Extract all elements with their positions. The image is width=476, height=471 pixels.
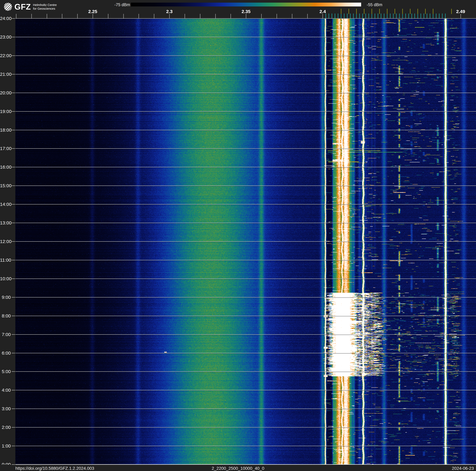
ble-channel-tick (347, 14, 347, 18)
time-axis-label: 22:00 (0, 53, 11, 58)
freq-axis-label: 2.35 (241, 9, 250, 14)
freq-minor-tick (47, 14, 47, 18)
time-axis-label: 12:00 (0, 239, 11, 244)
time-axis-tick (12, 316, 15, 316)
hour-gridline-shadow (15, 167, 476, 167)
time-axis-label: 2:00 (0, 425, 11, 430)
time-axis-tick (12, 390, 15, 390)
time-axis-tick (12, 93, 15, 93)
hour-gridline-shadow (15, 316, 476, 316)
time-axis-tick (12, 204, 15, 204)
gfz-logo: GFZ Helmholtz Centre for Geosciences (4, 2, 57, 11)
ble-channel-tick (329, 14, 329, 18)
wifi-channel-tick (451, 9, 452, 14)
colorbar-min-label: -75 dBm (114, 3, 130, 7)
time-axis-tick (12, 297, 15, 297)
ble-channel-tick (424, 14, 424, 18)
hour-gridline-shadow (15, 242, 476, 242)
colorbar (131, 3, 361, 6)
time-axis-tick (12, 446, 15, 446)
ble-channel-tick (341, 14, 341, 18)
freq-minor-tick (154, 14, 154, 18)
ble-channel-tick (375, 14, 375, 18)
time-axis-label: 17:00 (0, 146, 11, 151)
wifi-channel-tick (379, 9, 380, 14)
ble-channel-tick (335, 14, 335, 18)
freq-minor-tick (276, 14, 277, 18)
freq-axis-label: 2.49 (456, 9, 465, 14)
hour-gridline-shadow (15, 37, 476, 37)
spectrogram-page: GFZ Helmholtz Centre for Geosciences -75… (0, 0, 476, 471)
logo-subtitle-line1: Helmholtz Centre (33, 3, 57, 7)
hour-gridline-shadow (15, 186, 476, 186)
time-axis-tick (12, 111, 15, 112)
hour-gridline-shadow (15, 223, 476, 223)
hour-gridline-shadow (15, 279, 476, 279)
time-axis-tick (12, 130, 15, 130)
freq-minor-tick (261, 14, 262, 18)
time-axis-label: 6:00 (0, 350, 11, 356)
time-axis-label: 18:00 (0, 127, 11, 133)
freq-minor-tick (138, 14, 139, 18)
time-axis-label: 5:00 (0, 369, 11, 374)
freq-minor-tick (31, 14, 32, 18)
freq-minor-tick (123, 14, 124, 18)
time-axis-tick (12, 148, 15, 149)
logo-subtitle-line2: for Geosciences (33, 7, 57, 10)
ble-channel-tick (430, 14, 430, 18)
ble-channel-tick (344, 14, 344, 18)
wifi-channel-tick (410, 9, 410, 14)
freq-minor-tick (62, 14, 62, 18)
freq-minor-tick (307, 14, 308, 18)
ble-channel-tick (325, 14, 326, 18)
time-axis-label: 13:00 (0, 220, 11, 225)
time-axis-label: 23:00 (0, 35, 11, 40)
freq-minor-tick (108, 14, 108, 18)
wifi-channel-tick (341, 9, 341, 14)
wifi-channel-tick (356, 9, 357, 14)
time-axis-tick (12, 37, 15, 37)
time-axis-tick (12, 371, 15, 372)
hour-gridline-shadow (15, 353, 476, 354)
ble-channel-tick (338, 14, 338, 18)
time-axis-tick (12, 55, 15, 56)
wifi-channel-tick (402, 9, 403, 14)
ble-channel-tick (442, 14, 442, 18)
freq-minor-tick (169, 14, 170, 18)
gfz-globe-icon (4, 2, 12, 11)
hour-gridline-shadow (15, 335, 476, 335)
ble-channel-tick (433, 14, 433, 18)
freq-minor-tick (200, 14, 200, 18)
time-axis-tick (12, 185, 15, 186)
ble-channel-tick (439, 14, 440, 18)
doi-link[interactable]: https://doi.org/10.5880/GFZ.1.2.2024.003 (15, 466, 94, 471)
freq-minor-tick (93, 14, 93, 18)
ble-channel-tick (372, 14, 372, 18)
time-axis-tick (12, 334, 15, 335)
time-axis-label: 14:00 (0, 202, 11, 207)
time-axis-tick (12, 74, 15, 74)
ble-channel-tick (405, 14, 406, 18)
ble-channel-tick (390, 14, 391, 18)
wifi-channel-tick (372, 9, 372, 14)
time-axis-label: 7:00 (0, 332, 11, 337)
dataset-filename: 2_2200_2500_10000_40_0 (212, 466, 264, 471)
time-axis-tick (12, 241, 15, 242)
freq-minor-tick (230, 14, 231, 18)
time-axis-label: 21:00 (0, 72, 11, 77)
ble-channel-tick (362, 14, 363, 18)
time-axis-label: 8:00 (0, 313, 11, 319)
wifi-channel-tick (433, 9, 433, 14)
ble-channel-tick (353, 14, 354, 18)
time-axis-tick (12, 353, 15, 353)
hour-gridline-shadow (15, 112, 476, 112)
time-axis-label: 9:00 (0, 295, 11, 300)
date-label: 2024-06-23 (452, 466, 474, 471)
time-axis-tick (12, 409, 15, 409)
ble-channel-tick (387, 14, 387, 18)
ble-channel-tick (411, 14, 412, 18)
wifi-channel-tick (364, 9, 364, 14)
wifi-channel-tick (418, 9, 418, 14)
colorbar-max-label: -55 dBm (367, 3, 382, 7)
hour-gridline-shadow (15, 390, 476, 391)
